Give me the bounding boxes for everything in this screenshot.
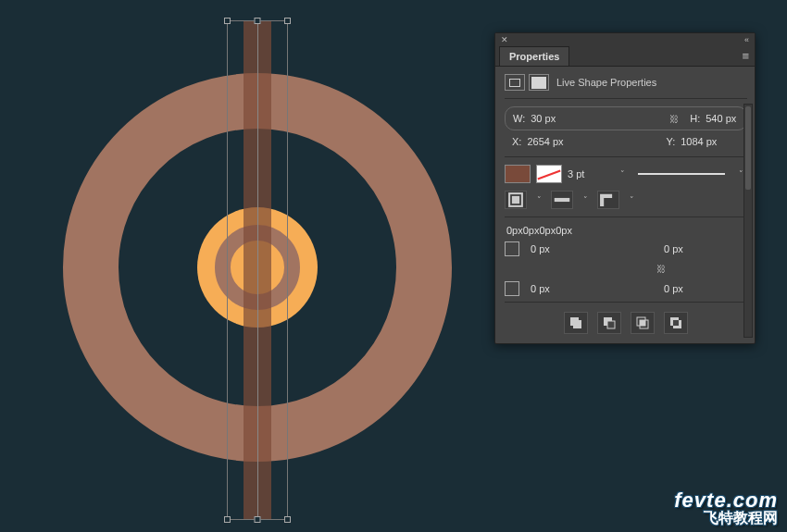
handle-top-right[interactable] bbox=[284, 18, 291, 24]
width-label: W: bbox=[513, 113, 525, 124]
stroke-align-button[interactable] bbox=[505, 191, 527, 209]
handle-bottom-right[interactable] bbox=[284, 516, 291, 523]
divider bbox=[505, 302, 747, 303]
divider bbox=[505, 156, 747, 157]
stroke-weight-dropdown-icon[interactable]: ˅ bbox=[616, 166, 629, 182]
join-button[interactable] bbox=[597, 191, 619, 209]
link-wh-icon[interactable]: ⛓ bbox=[664, 114, 684, 124]
watermark-line2: 飞特教程网 bbox=[674, 511, 778, 526]
stroke-weight-field[interactable] bbox=[568, 168, 610, 179]
pathfinder-exclude-button[interactable] bbox=[664, 312, 688, 334]
x-label: X: bbox=[512, 136, 521, 147]
join-dropdown-icon[interactable]: ˅ bbox=[625, 192, 638, 208]
panel-title-label: Live Shape Properties bbox=[556, 77, 656, 88]
pathfinder-unite-button[interactable] bbox=[564, 312, 588, 334]
corner-summary-label: 0px0px0px0px bbox=[506, 225, 747, 236]
stroke-swatch[interactable] bbox=[536, 165, 562, 183]
cap-button[interactable] bbox=[551, 191, 573, 209]
divider bbox=[505, 217, 747, 217]
stroke-style-preview[interactable] bbox=[638, 173, 725, 175]
stroke-align-dropdown-icon[interactable]: ˅ bbox=[532, 192, 545, 208]
y-field[interactable] bbox=[681, 136, 787, 147]
watermark: fevte.com 飞特教程网 bbox=[674, 489, 778, 526]
shape-vertical-bar-selected[interactable] bbox=[244, 20, 271, 520]
shape-title-row: Live Shape Properties bbox=[505, 74, 747, 91]
svg-rect-6 bbox=[607, 321, 615, 328]
corner-tl-field[interactable] bbox=[531, 243, 658, 254]
dimensions-box: W: ⛓ H: bbox=[505, 106, 747, 130]
position-row: X: Y: bbox=[505, 136, 747, 153]
svg-rect-4 bbox=[573, 320, 581, 328]
height-label: H: bbox=[690, 113, 700, 124]
panel-topbar[interactable]: ✕ « bbox=[495, 33, 755, 46]
corner-tl-check[interactable] bbox=[505, 241, 519, 256]
pathfinder-subtract-button[interactable] bbox=[597, 312, 621, 334]
panel-menu-icon[interactable]: ≡ bbox=[742, 49, 749, 63]
stroke-options-row: ˅ ˅ ˅ bbox=[505, 191, 747, 209]
panel-scrollbar[interactable] bbox=[743, 104, 753, 338]
svg-rect-1 bbox=[512, 196, 519, 204]
divider bbox=[505, 98, 747, 99]
fill-stroke-row: ˅ ˅ bbox=[505, 165, 747, 183]
corner-radii-top: ⛓ bbox=[505, 241, 747, 296]
panel-body: Live Shape Properties W: ⛓ H: X: Y: ˅ bbox=[495, 67, 755, 343]
x-field[interactable] bbox=[527, 136, 655, 147]
handle-top-left[interactable] bbox=[224, 18, 231, 24]
svg-rect-12 bbox=[673, 320, 679, 326]
pathfinder-intersect-button[interactable] bbox=[631, 312, 655, 334]
svg-rect-9 bbox=[640, 320, 645, 326]
width-field[interactable] bbox=[531, 113, 658, 124]
tab-properties[interactable]: Properties bbox=[499, 46, 569, 66]
y-label: Y: bbox=[666, 136, 675, 147]
collapse-icon[interactable]: « bbox=[744, 35, 749, 44]
panel-tabs: Properties ≡ bbox=[495, 46, 755, 67]
shape-filled-icon[interactable] bbox=[529, 74, 549, 91]
corner-br-field[interactable] bbox=[664, 283, 787, 294]
properties-panel: ✕ « Properties ≡ Live Shape Properties W… bbox=[494, 32, 756, 344]
close-icon[interactable]: ✕ bbox=[501, 35, 508, 44]
corner-bl-check[interactable] bbox=[505, 281, 519, 296]
scrollbar-thumb[interactable] bbox=[745, 106, 751, 190]
watermark-line1: fevte.com bbox=[674, 489, 778, 511]
corner-tr-field[interactable] bbox=[664, 243, 787, 254]
pathfinder-row bbox=[505, 312, 747, 334]
cap-dropdown-icon[interactable]: ˅ bbox=[579, 192, 592, 208]
corner-bl-field[interactable] bbox=[531, 283, 658, 294]
fill-swatch[interactable] bbox=[505, 165, 531, 183]
handle-bottom-left[interactable] bbox=[224, 516, 231, 523]
shape-outline-icon[interactable] bbox=[505, 74, 525, 91]
